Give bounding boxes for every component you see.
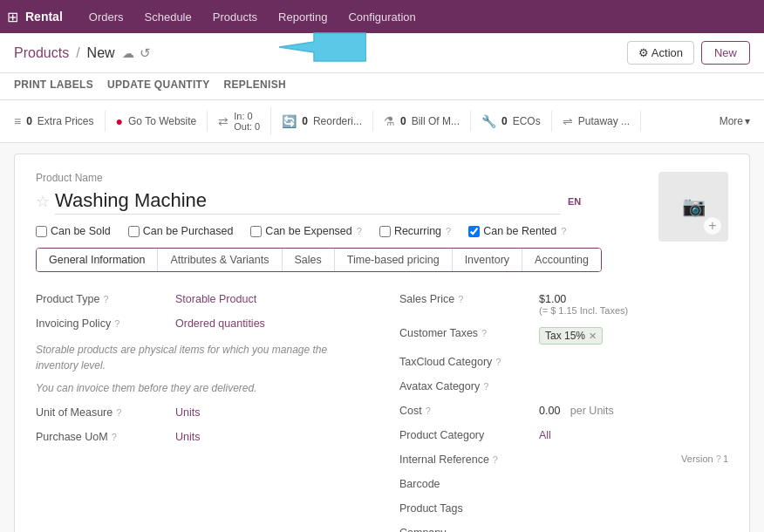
list-icon: ≡ bbox=[14, 114, 21, 128]
product-type-help: ? bbox=[103, 294, 108, 304]
left-form-section: Product Type ? Storable Product Invoicin… bbox=[36, 286, 365, 532]
company-row: Company bbox=[399, 520, 728, 532]
taxcloud-category-label: TaxCloud Category ? bbox=[399, 353, 539, 368]
cost-label: Cost ? bbox=[399, 402, 539, 417]
avatax-category-label: Avatax Category ? bbox=[399, 378, 539, 392]
sales-price-label: Sales Price ? bbox=[399, 290, 539, 305]
barcode-value[interactable] bbox=[539, 475, 728, 478]
cost-amount[interactable]: 0.00 bbox=[539, 405, 560, 417]
print-labels-button[interactable]: PRINT LABELS bbox=[14, 77, 93, 92]
tab-accounting[interactable]: Accounting bbox=[522, 249, 601, 271]
product-name-input[interactable] bbox=[55, 188, 561, 215]
right-form-section: Sales Price ? $1.00 (= $ 1.15 Incl. Taxe… bbox=[399, 286, 728, 532]
app-name[interactable]: Rental bbox=[25, 10, 63, 24]
stat-bom[interactable]: ⚗ 0 Bill Of M... bbox=[373, 111, 471, 132]
nav-schedule[interactable]: Schedule bbox=[136, 7, 201, 27]
tab-time-based-pricing[interactable]: Time-based pricing bbox=[335, 249, 453, 271]
barcode-label: Barcode bbox=[399, 475, 539, 490]
can-be-expensed-checkbox[interactable]: Can be Expensed ? bbox=[250, 225, 362, 237]
purchase-uom-value[interactable]: Units bbox=[175, 428, 365, 443]
putaway-icon: ⇌ bbox=[563, 114, 573, 128]
company-value[interactable] bbox=[539, 524, 728, 527]
can-be-expensed-input[interactable] bbox=[250, 226, 262, 237]
product-category-value[interactable]: All bbox=[539, 426, 728, 441]
transfer-icon: ⇄ bbox=[218, 114, 229, 128]
product-photo[interactable]: 📷 + bbox=[658, 172, 728, 242]
discard-icon[interactable]: ↺ bbox=[140, 45, 151, 61]
can-be-sold-checkbox[interactable]: Can be Sold bbox=[36, 225, 111, 237]
internal-reference-help: ? bbox=[493, 454, 498, 465]
sales-price-amount[interactable]: $1.00 bbox=[539, 293, 566, 305]
nav-products[interactable]: Products bbox=[204, 7, 266, 27]
product-category-row: Product Category All bbox=[399, 422, 728, 447]
tax-remove-icon[interactable]: ✕ bbox=[589, 331, 597, 342]
new-button[interactable]: New bbox=[701, 41, 750, 65]
nav-configuration[interactable]: Configuration bbox=[339, 7, 424, 27]
product-tags-value[interactable] bbox=[539, 500, 728, 502]
recurring-input[interactable] bbox=[379, 226, 391, 237]
taxcloud-category-value[interactable] bbox=[539, 353, 728, 356]
tab-attributes-variants[interactable]: Attributes & Variants bbox=[158, 249, 282, 271]
can-be-rented-checkbox[interactable]: Can be Rented ? bbox=[468, 225, 566, 237]
sales-price-row: Sales Price ? $1.00 (= $ 1.15 Incl. Taxe… bbox=[399, 286, 728, 320]
product-type-label: Product Type ? bbox=[36, 290, 175, 305]
can-be-purchased-input[interactable] bbox=[128, 226, 140, 237]
stat-transfer[interactable]: ⇄ In: 0Out: 0 bbox=[208, 107, 271, 135]
tab-inventory[interactable]: Inventory bbox=[453, 249, 522, 271]
avatax-category-row: Avatax Category ? bbox=[399, 373, 728, 398]
can-be-purchased-label: Can be Purchased bbox=[143, 225, 234, 237]
product-type-value[interactable]: Storable Product bbox=[175, 290, 365, 305]
favorite-star-icon[interactable]: ☆ bbox=[36, 192, 50, 211]
bom-label: Bill Of M... bbox=[412, 115, 460, 127]
recurring-checkbox[interactable]: Recurring ? bbox=[379, 225, 451, 237]
update-quantity-button[interactable]: UPDATE QUANTITY bbox=[107, 77, 210, 92]
ecos-label: ECOs bbox=[513, 115, 541, 127]
stat-go-to-website[interactable]: ● Go To Website bbox=[106, 111, 208, 132]
cost-value: 0.00 per Units bbox=[539, 402, 728, 417]
internal-reference-row: Internal Reference ? Version ? 1 bbox=[399, 447, 728, 471]
barcode-row: Barcode bbox=[399, 471, 728, 495]
stat-reorder[interactable]: 🔄 0 Reorderi... bbox=[271, 111, 373, 132]
nav-orders[interactable]: Orders bbox=[80, 7, 133, 27]
more-label: More bbox=[720, 115, 743, 127]
action-button[interactable]: ⚙ Action bbox=[627, 41, 694, 65]
transfer-in-label: In: 0Out: 0 bbox=[234, 111, 260, 132]
reorder-count: 0 bbox=[302, 115, 308, 127]
tab-general-information[interactable]: General Information bbox=[37, 249, 158, 271]
cost-row: Cost ? 0.00 per Units bbox=[399, 398, 728, 422]
breadcrumb-parent[interactable]: Products bbox=[14, 45, 69, 61]
stat-extra-prices[interactable]: ≡ 0 Extra Prices bbox=[14, 111, 106, 132]
tax-badge[interactable]: Tax 15% ✕ bbox=[539, 327, 603, 344]
website-icon: ● bbox=[116, 114, 123, 128]
breadcrumb-bar: Products / New ☁ ↺ ⚙ Action New bbox=[0, 33, 764, 73]
form-grid: Product Type ? Storable Product Invoicin… bbox=[36, 286, 728, 532]
can-be-sold-input[interactable] bbox=[36, 226, 47, 237]
go-to-website-label: Go To Website bbox=[128, 115, 196, 127]
camera-icon: 📷 bbox=[682, 195, 706, 218]
unit-of-measure-value[interactable]: Units bbox=[175, 404, 365, 419]
product-name-label: Product Name bbox=[36, 172, 728, 184]
sales-price-value: $1.00 (= $ 1.15 Incl. Taxes) bbox=[539, 290, 728, 316]
can-be-rented-help: ? bbox=[561, 226, 566, 236]
extra-prices-count: 0 bbox=[26, 115, 32, 127]
more-button[interactable]: More ▾ bbox=[720, 115, 750, 127]
tab-sales[interactable]: Sales bbox=[283, 249, 335, 271]
app-grid-icon[interactable]: ⊞ bbox=[7, 9, 18, 25]
nav-reporting[interactable]: Reporting bbox=[269, 7, 336, 27]
svg-marker-1 bbox=[279, 33, 366, 61]
invoicing-policy-value[interactable]: Ordered quantities bbox=[175, 315, 365, 330]
stat-ecos[interactable]: 🔧 0 ECOs bbox=[471, 111, 552, 132]
unit-of-measure-row: Unit of Measure ? Units bbox=[36, 399, 365, 424]
version-info: Version ? 1 bbox=[681, 454, 728, 464]
can-be-expensed-help: ? bbox=[357, 226, 362, 236]
can-be-rented-input[interactable] bbox=[468, 226, 480, 237]
language-badge[interactable]: EN bbox=[568, 196, 581, 207]
extra-prices-label: Extra Prices bbox=[38, 115, 94, 127]
can-be-purchased-checkbox[interactable]: Can be Purchased bbox=[128, 225, 234, 237]
product-tags-label: Product Tags bbox=[399, 500, 539, 515]
replenish-button[interactable]: REPLENISH bbox=[224, 77, 286, 92]
save-icon[interactable]: ☁ bbox=[122, 46, 134, 60]
can-be-rented-label: Can be Rented bbox=[483, 225, 556, 237]
stat-putaway[interactable]: ⇌ Putaway ... bbox=[552, 111, 641, 132]
avatax-category-value[interactable] bbox=[539, 378, 728, 380]
